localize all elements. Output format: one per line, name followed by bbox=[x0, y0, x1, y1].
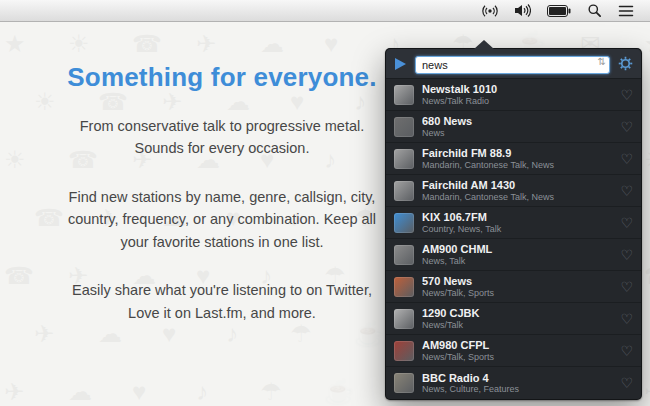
play-icon[interactable] bbox=[394, 57, 407, 71]
hero-paragraph-1: From conservative talk to progressive me… bbox=[24, 115, 420, 160]
station-genres: Mandarin, Cantonese Talk, News bbox=[422, 192, 614, 202]
station-name: 680 News bbox=[422, 115, 614, 128]
station-row[interactable]: AM980 CFPL News/Talk, Sports ♡ bbox=[386, 335, 641, 367]
list-icon[interactable] bbox=[618, 4, 634, 18]
station-art-icon bbox=[394, 373, 414, 393]
heart-icon[interactable]: ♡ bbox=[620, 248, 633, 262]
heart-icon[interactable]: ♡ bbox=[620, 88, 633, 102]
station-art-icon bbox=[394, 85, 414, 105]
station-art-icon bbox=[394, 277, 414, 297]
station-name: BBC Radio 4 bbox=[422, 372, 614, 385]
station-list: Newstalk 1010 News/Talk Radio ♡ 680 News… bbox=[386, 79, 641, 399]
station-genres: Mandarin, Cantonese Talk, News bbox=[422, 160, 614, 170]
heart-icon[interactable]: ♡ bbox=[620, 280, 633, 294]
popover-toolbar: ⇅ bbox=[386, 49, 641, 79]
station-row[interactable]: AM900 CHML News, Talk ♡ bbox=[386, 239, 641, 271]
station-name: KIX 106.7FM bbox=[422, 211, 614, 224]
station-art-icon bbox=[394, 341, 414, 361]
hero-paragraph-2: Find new stations by name, genre, callsi… bbox=[24, 186, 420, 253]
station-genres: News/Talk bbox=[422, 320, 614, 330]
station-genres: News, Talk bbox=[422, 256, 614, 266]
station-genres: News/Talk, Sports bbox=[422, 288, 614, 298]
heart-icon[interactable]: ♡ bbox=[620, 184, 633, 198]
station-row[interactable]: 680 News News ♡ bbox=[386, 111, 641, 143]
heart-icon[interactable]: ♡ bbox=[620, 376, 633, 390]
battery-icon[interactable] bbox=[547, 5, 571, 17]
station-row[interactable]: 570 News News/Talk, Sports ♡ bbox=[386, 271, 641, 303]
station-row[interactable]: BBC Radio 4 News, Culture, Features ♡ bbox=[386, 367, 641, 399]
stations-popover: ⇅ Newstalk 1010 bbox=[385, 48, 642, 400]
hotspot-broadcast-icon[interactable] bbox=[482, 3, 498, 19]
station-row[interactable]: 1290 CJBK News/Talk ♡ bbox=[386, 303, 641, 335]
station-genres: Country, News, Talk bbox=[422, 224, 614, 234]
station-art-icon bbox=[394, 181, 414, 201]
station-name: Newstalk 1010 bbox=[422, 83, 614, 96]
station-name: Fairchild FM 88.9 bbox=[422, 147, 614, 160]
station-name: 570 News bbox=[422, 275, 614, 288]
hero-copy: Something for everyone. From conservativ… bbox=[24, 62, 420, 350]
station-search: ⇅ bbox=[415, 55, 610, 73]
heart-icon[interactable]: ♡ bbox=[620, 312, 633, 326]
heart-icon[interactable]: ♡ bbox=[620, 152, 633, 166]
menu-bar bbox=[0, 0, 650, 22]
station-genres: News/Talk Radio bbox=[422, 96, 614, 106]
volume-icon[interactable] bbox=[514, 3, 531, 18]
station-row[interactable]: Fairchild FM 88.9 Mandarin, Cantonese Ta… bbox=[386, 143, 641, 175]
heart-icon[interactable]: ♡ bbox=[620, 120, 633, 134]
popover-arrow bbox=[474, 40, 494, 49]
search-input[interactable] bbox=[415, 56, 610, 74]
heart-icon[interactable]: ♡ bbox=[620, 216, 633, 230]
station-name: Fairchild AM 1430 bbox=[422, 179, 614, 192]
search-sort-icon[interactable]: ⇅ bbox=[598, 56, 606, 67]
station-art-icon bbox=[394, 309, 414, 329]
gear-icon[interactable] bbox=[618, 56, 633, 71]
station-art-icon bbox=[394, 245, 414, 265]
station-art-icon bbox=[394, 149, 414, 169]
station-genres: News bbox=[422, 128, 614, 138]
station-row[interactable]: Fairchild AM 1430 Mandarin, Cantonese Ta… bbox=[386, 175, 641, 207]
station-name: AM900 CHML bbox=[422, 243, 614, 256]
search-icon[interactable] bbox=[587, 3, 602, 18]
station-name: AM980 CFPL bbox=[422, 339, 614, 352]
station-row[interactable]: KIX 106.7FM Country, News, Talk ♡ bbox=[386, 207, 641, 239]
station-genres: News/Talk, Sports bbox=[422, 352, 614, 362]
hero-paragraph-3: Easily share what you're listening to on… bbox=[24, 279, 420, 324]
station-art-icon bbox=[394, 213, 414, 233]
station-genres: News, Culture, Features bbox=[422, 384, 614, 394]
heart-icon[interactable]: ♡ bbox=[620, 344, 633, 358]
station-row[interactable]: Newstalk 1010 News/Talk Radio ♡ bbox=[386, 79, 641, 111]
station-name: 1290 CJBK bbox=[422, 307, 614, 320]
hero-title: Something for everyone. bbox=[24, 62, 420, 93]
station-art-icon bbox=[394, 117, 414, 137]
